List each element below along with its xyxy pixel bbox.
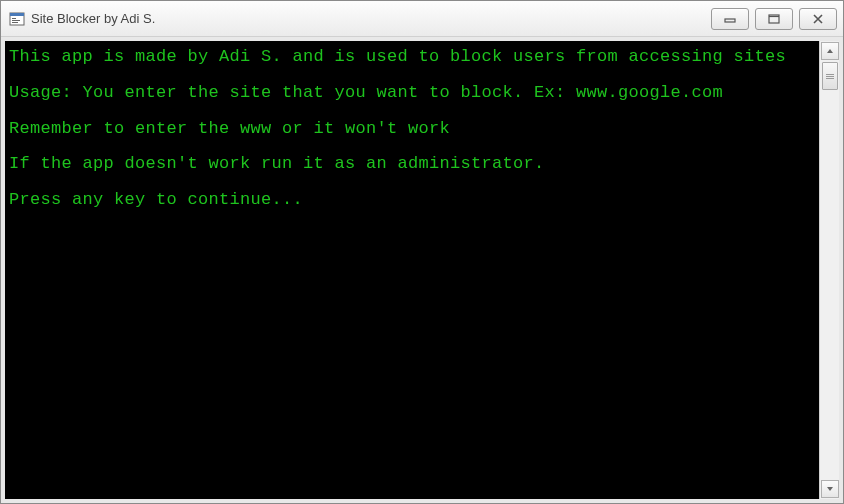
window-controls	[711, 8, 837, 30]
svg-rect-4	[12, 22, 18, 23]
close-icon	[812, 14, 824, 24]
maximize-icon	[768, 14, 780, 24]
svg-rect-3	[12, 20, 20, 21]
scroll-down-button[interactable]	[821, 480, 839, 498]
close-button[interactable]	[799, 8, 837, 30]
app-icon	[9, 11, 25, 27]
app-window: Site Blocker by Adi S. This app	[0, 0, 844, 504]
console-output[interactable]: This app is made by Adi S. and is used t…	[5, 41, 819, 499]
svg-rect-5	[725, 19, 735, 22]
svg-rect-2	[12, 18, 16, 19]
console-line: Usage: You enter the site that you want …	[9, 81, 815, 105]
chevron-down-icon	[826, 486, 834, 492]
window-title: Site Blocker by Adi S.	[31, 11, 711, 26]
vertical-scrollbar[interactable]	[819, 41, 839, 499]
console-line: If the app doesn't work run it as an adm…	[9, 152, 815, 176]
scroll-up-button[interactable]	[821, 42, 839, 60]
console-line: Press any key to continue...	[9, 188, 815, 212]
console-line: Remember to enter the www or it won't wo…	[9, 117, 815, 141]
maximize-button[interactable]	[755, 8, 793, 30]
content-area: This app is made by Adi S. and is used t…	[1, 37, 843, 503]
scroll-track[interactable]	[820, 90, 839, 479]
minimize-button[interactable]	[711, 8, 749, 30]
console-line: This app is made by Adi S. and is used t…	[9, 45, 815, 69]
chevron-up-icon	[826, 48, 834, 54]
svg-rect-1	[10, 13, 24, 16]
scroll-thumb[interactable]	[822, 62, 838, 90]
minimize-icon	[724, 14, 736, 24]
titlebar[interactable]: Site Blocker by Adi S.	[1, 1, 843, 37]
